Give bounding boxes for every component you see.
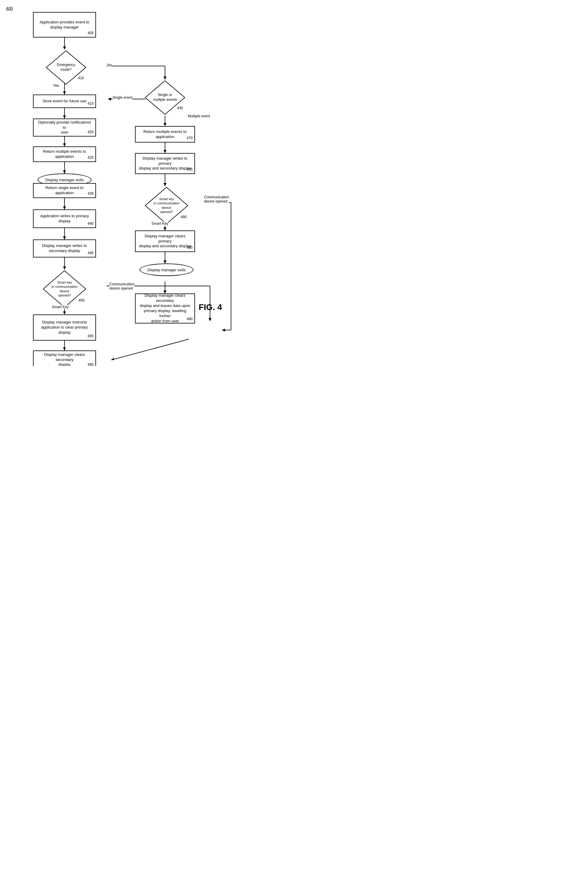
label-smart-key-right: Smart Key bbox=[151, 221, 168, 225]
box-420: Optionally provide notifications touser … bbox=[33, 119, 96, 136]
box-485-label: Display manager clears primarydisplay an… bbox=[138, 234, 192, 249]
svg-marker-43 bbox=[222, 329, 225, 332]
box-415-label: Store event for future use bbox=[43, 99, 87, 104]
box-405: Application provides event todisplay man… bbox=[33, 12, 96, 37]
box-475-label: Display manager writes to primarydisplay… bbox=[138, 156, 192, 171]
svg-marker-27 bbox=[209, 318, 212, 321]
svg-marker-1 bbox=[63, 46, 66, 49]
box-425: Return multiple events toapplication 425 bbox=[33, 147, 96, 162]
label-comm-device-left: Communication device opened bbox=[110, 282, 135, 291]
box-440: Application writes to primarydisplay 440 bbox=[33, 209, 96, 228]
box-455: Display manager instructsapplication to … bbox=[33, 314, 96, 341]
svg-marker-6 bbox=[163, 77, 166, 80]
svg-marker-16 bbox=[163, 123, 166, 126]
box-460: Display manager clears secondarydisplay … bbox=[33, 350, 96, 366]
svg-line-32 bbox=[111, 339, 189, 360]
flowchart-container: 400 bbox=[6, 6, 240, 360]
label-comm-device-right: Communication device opened bbox=[204, 195, 229, 203]
diamond-410-num: 410 bbox=[78, 76, 84, 80]
label-smart-key-left: Smart Key bbox=[52, 305, 69, 309]
box-425-label: Return multiple events toapplication bbox=[43, 149, 86, 159]
svg-marker-8 bbox=[63, 116, 66, 119]
svg-marker-24 bbox=[63, 311, 66, 314]
label-single-event: Single event bbox=[113, 95, 132, 99]
diamond-430-num: 430 bbox=[177, 106, 183, 110]
box-415-num: 415 bbox=[87, 101, 93, 106]
box-435-num: 435 bbox=[87, 191, 93, 196]
box-425-num: 425 bbox=[87, 156, 93, 160]
oval-427-label: Display manager exits bbox=[45, 178, 84, 182]
box-490: Display manager clears secondarydisplay … bbox=[135, 294, 195, 323]
box-435-label: Return single event to application bbox=[36, 185, 93, 196]
box-470-num: 470 bbox=[187, 136, 193, 141]
box-470-label: Return multiple events toapplication bbox=[144, 129, 187, 139]
svg-marker-12 bbox=[63, 171, 66, 174]
box-455-num: 455 bbox=[87, 334, 93, 339]
diamond-450-label: Smart keyor communication deviceopened? bbox=[49, 280, 80, 297]
svg-marker-33 bbox=[111, 358, 114, 360]
diamond-410: Emergencymode? 410 bbox=[45, 49, 87, 86]
box-405-label: Application provides event todisplay man… bbox=[40, 20, 89, 30]
box-440-label: Application writes to primarydisplay bbox=[40, 214, 89, 224]
diamond-430-label: Single ormultiple events bbox=[151, 93, 179, 102]
diamond-480-label: Smart keyor communication deviceopened? bbox=[151, 197, 182, 214]
label-no: No bbox=[107, 63, 112, 67]
box-445-label: Display manager writes tosecondary displ… bbox=[42, 243, 87, 254]
diamond-480-num: 480 bbox=[181, 215, 187, 219]
fig-label: FIG. 4 bbox=[198, 303, 222, 312]
svg-marker-3 bbox=[63, 92, 66, 95]
box-485-num: 485 bbox=[187, 245, 193, 250]
box-475: Display manager writes to primarydisplay… bbox=[135, 153, 195, 174]
diamond-450: Smart keyor communication deviceopened? … bbox=[42, 270, 87, 308]
box-445-num: 445 bbox=[87, 251, 93, 256]
diagram-ref: 400 bbox=[6, 6, 13, 11]
box-420-num: 420 bbox=[87, 130, 93, 135]
diamond-430: Single ormultiple events 430 bbox=[144, 80, 186, 116]
box-405-num: 405 bbox=[87, 31, 93, 36]
svg-marker-35 bbox=[163, 150, 166, 153]
box-435: Return single event to application 435 bbox=[33, 183, 96, 198]
box-440-num: 440 bbox=[87, 221, 93, 226]
label-yes: Yes bbox=[53, 83, 59, 87]
box-470: Return multiple events toapplication 470 bbox=[135, 126, 195, 142]
svg-marker-20 bbox=[63, 236, 66, 239]
box-475-num: 475 bbox=[187, 168, 193, 172]
box-445: Display manager writes tosecondary displ… bbox=[33, 239, 96, 258]
box-455-label: Display manager instructsapplication to … bbox=[41, 320, 87, 335]
box-460-num: 460 bbox=[87, 362, 93, 366]
diamond-480: Smart keyor communication deviceopened? … bbox=[144, 186, 189, 225]
diamond-410-label: Emergencymode? bbox=[52, 63, 80, 72]
box-415: Store event for future use 415 bbox=[33, 95, 96, 108]
svg-marker-45 bbox=[163, 261, 166, 264]
svg-marker-29 bbox=[63, 347, 66, 350]
svg-marker-37 bbox=[163, 183, 166, 186]
svg-marker-14 bbox=[108, 98, 111, 101]
box-460-label: Display manager clears secondarydisplay bbox=[36, 352, 93, 366]
diamond-450-num: 450 bbox=[78, 298, 84, 303]
oval-487: Display manager exits bbox=[139, 264, 194, 276]
label-multiple-event: Multiple event bbox=[188, 114, 210, 118]
box-485: Display manager clears primarydisplay an… bbox=[135, 230, 195, 252]
box-420-label: Optionally provide notifications touser bbox=[36, 120, 93, 135]
oval-487-label: Display manager exits bbox=[147, 268, 186, 272]
svg-marker-10 bbox=[63, 144, 66, 147]
box-490-num: 490 bbox=[187, 317, 193, 322]
svg-marker-39 bbox=[163, 227, 166, 230]
svg-marker-18 bbox=[63, 206, 66, 209]
box-490-label: Display manager clears secondarydisplay … bbox=[138, 293, 192, 323]
svg-marker-22 bbox=[63, 267, 66, 270]
